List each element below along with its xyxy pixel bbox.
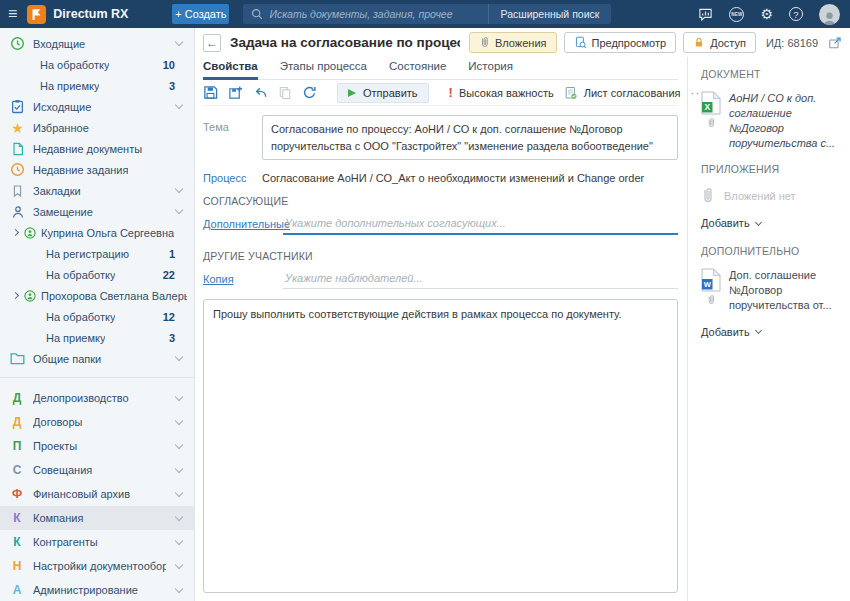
topbar-icons: NEW ⚙ ? bbox=[698, 4, 840, 25]
sidebar-item-bookmarks[interactable]: Закладки bbox=[0, 180, 194, 201]
chevron-down-icon[interactable] bbox=[175, 440, 183, 448]
sidebar-item-substitution[interactable]: Замещение bbox=[0, 201, 194, 222]
sidebar-module-nastrojki[interactable]: Н Настройки документооборота bbox=[0, 554, 194, 578]
notifications-icon[interactable] bbox=[698, 7, 713, 22]
toolbar: Отправить ! Высокая важность Лист соглас… bbox=[203, 80, 678, 106]
search-input[interactable]: Искать документы, задания, прочее bbox=[269, 8, 487, 20]
record-id: ИД: 68169 bbox=[766, 37, 818, 49]
exclamation-icon: ! bbox=[449, 86, 453, 99]
sidebar-item-substitute-user-1[interactable]: Куприна Ольга Сергеевна bbox=[0, 222, 194, 243]
chevron-down-icon[interactable] bbox=[175, 512, 183, 520]
task-body-field[interactable]: Прошу выполнить соответствующие действия… bbox=[203, 299, 678, 593]
sidebar-item-na-obrabotku[interactable]: На обработку 10 bbox=[0, 54, 194, 75]
add-additional-button[interactable]: Добавить bbox=[701, 326, 838, 338]
chevron-down-icon[interactable] bbox=[175, 416, 183, 424]
chevron-down-icon[interactable] bbox=[175, 536, 183, 544]
sidebar-module-kontragenty[interactable]: К Контрагенты bbox=[0, 530, 194, 554]
folder-icon bbox=[10, 351, 25, 366]
count-badge: 12 bbox=[163, 311, 175, 323]
chevron-down-icon[interactable] bbox=[175, 464, 183, 472]
sidebar-item-inbox[interactable]: Входящие bbox=[0, 33, 194, 54]
whats-new-icon[interactable]: NEW bbox=[729, 7, 744, 22]
attachments-button[interactable]: Вложения bbox=[469, 32, 557, 53]
add-attachment-button[interactable]: Добавить bbox=[701, 217, 838, 229]
sidebar-module-administrirovanie[interactable]: А Администрирование bbox=[0, 578, 194, 601]
tab-properties[interactable]: Свойства bbox=[203, 60, 258, 80]
chevron-down-icon[interactable] bbox=[175, 584, 183, 592]
open-in-window-icon[interactable] bbox=[828, 36, 842, 50]
sidebar-module-soveshchaniya[interactable]: С Совещания bbox=[0, 458, 194, 482]
module-letter-icon: Н bbox=[11, 559, 23, 573]
advanced-search-button[interactable]: Расширенный поиск bbox=[488, 4, 612, 24]
access-button[interactable]: Доступ bbox=[683, 32, 756, 53]
back-button[interactable]: ← bbox=[203, 34, 221, 52]
save-icon[interactable] bbox=[203, 85, 218, 100]
sidebar-module-kompaniya[interactable]: К Компания bbox=[0, 506, 194, 530]
chevron-down-icon[interactable] bbox=[175, 353, 183, 361]
avatar[interactable] bbox=[819, 4, 840, 25]
additional-approvers-label[interactable]: Дополнительные bbox=[203, 215, 283, 235]
app-window: ≡ Directum RX + Создать Искать документы… bbox=[0, 0, 850, 601]
recent-document-icon bbox=[10, 141, 25, 156]
copy-label[interactable]: Копия bbox=[203, 270, 283, 289]
document-section-header: ДОКУМЕНТ bbox=[701, 68, 838, 80]
substitute-active-icon bbox=[24, 288, 36, 303]
chevron-down-icon[interactable] bbox=[175, 488, 183, 496]
copy-icon[interactable] bbox=[278, 86, 292, 100]
high-importance-button[interactable]: ! Высокая важность bbox=[449, 86, 554, 99]
chevron-down-icon[interactable] bbox=[175, 206, 183, 214]
help-icon[interactable]: ? bbox=[789, 7, 803, 21]
gear-icon[interactable]: ⚙ bbox=[760, 7, 773, 21]
send-button[interactable]: Отправить bbox=[337, 83, 429, 103]
sidebar-item-na-obrabotku-3[interactable]: На обработку 12 bbox=[0, 306, 194, 327]
person-icon bbox=[10, 204, 25, 219]
sidebar-module-dogovory[interactable]: Д Договоры bbox=[0, 410, 194, 434]
sidebar-item-na-registraciyu[interactable]: На регистрацию 1 bbox=[0, 243, 194, 264]
additional-approvers-input[interactable] bbox=[283, 215, 678, 235]
undo-icon[interactable] bbox=[253, 85, 268, 100]
module-letter-icon: Д bbox=[11, 391, 23, 405]
sidebar-item-na-priemku[interactable]: На приемку 3 bbox=[0, 75, 194, 96]
attachments-panel: ДОКУМЕНТ X АоНИ / СО к доп. соглашение №… bbox=[687, 57, 850, 601]
search-bar[interactable]: Искать документы, задания, прочее Расшир… bbox=[243, 4, 611, 24]
sidebar-item-favorites[interactable]: ★ Избранное bbox=[0, 117, 194, 138]
excel-file-icon: X bbox=[701, 91, 721, 115]
create-button[interactable]: + Создать bbox=[172, 4, 229, 24]
chevron-down-icon[interactable] bbox=[175, 101, 183, 109]
sidebar-item-recent-documents[interactable]: Недавние документы bbox=[0, 138, 194, 159]
sidebar-item-na-priemku-2[interactable]: На приемку 3 bbox=[0, 327, 194, 348]
sidebar-item-substitute-user-2[interactable]: Прохорова Светлана Валерьевна bbox=[0, 285, 194, 306]
tab-history[interactable]: История bbox=[468, 60, 513, 79]
sidebar-module-proekty[interactable]: П Проекты bbox=[0, 434, 194, 458]
preview-button[interactable]: Предпросмотр bbox=[564, 32, 677, 53]
top-bar: ≡ Directum RX + Создать Искать документы… bbox=[0, 0, 850, 28]
chevron-right-icon[interactable] bbox=[12, 292, 19, 299]
sidebar-module-deloproizvodstvo[interactable]: Д Делопроизводство bbox=[0, 386, 194, 410]
star-icon: ★ bbox=[10, 120, 25, 135]
chevron-down-icon[interactable] bbox=[175, 38, 183, 46]
chevron-down-icon[interactable] bbox=[175, 185, 183, 193]
subject-field[interactable]: Согласование по процессу: АоНИ / СО к до… bbox=[262, 115, 678, 160]
sidebar-divider bbox=[0, 377, 194, 378]
copy-input[interactable] bbox=[283, 270, 678, 289]
sidebar-item-outbox[interactable]: Исходящие bbox=[0, 96, 194, 117]
menu-icon[interactable]: ≡ bbox=[8, 6, 17, 22]
approval-sheet-button[interactable]: Лист согласования bbox=[564, 86, 681, 100]
tab-bar: Свойства Этапы процесса Состояние Истори… bbox=[203, 57, 678, 80]
sidebar-item-recent-tasks[interactable]: Недавние задания bbox=[0, 159, 194, 180]
chevron-down-icon[interactable] bbox=[175, 560, 183, 568]
sidebar-item-na-obrabotku-2[interactable]: На обработку 22 bbox=[0, 264, 194, 285]
process-label[interactable]: Процесс bbox=[203, 166, 262, 184]
chevron-down-icon[interactable] bbox=[175, 392, 183, 400]
refresh-icon[interactable] bbox=[302, 85, 317, 100]
module-letter-icon: К bbox=[11, 535, 23, 549]
sidebar-item-shared-folders[interactable]: Общие папки bbox=[0, 348, 194, 369]
tab-state[interactable]: Состояние bbox=[389, 60, 446, 79]
sidebar-module-finansovyj-arhiv[interactable]: Ф Финансовый архив bbox=[0, 482, 194, 506]
chevron-right-icon[interactable] bbox=[12, 229, 19, 236]
word-file-icon: W bbox=[701, 268, 721, 292]
tab-process-stages[interactable]: Этапы процесса bbox=[280, 60, 367, 79]
additional-attachment-item[interactable]: W Доп. соглашение №Договор поручительств… bbox=[701, 268, 838, 313]
document-attachment-item[interactable]: X АоНИ / СО к доп. соглашение №Договор п… bbox=[701, 91, 838, 150]
save-and-copy-icon[interactable] bbox=[228, 85, 243, 100]
